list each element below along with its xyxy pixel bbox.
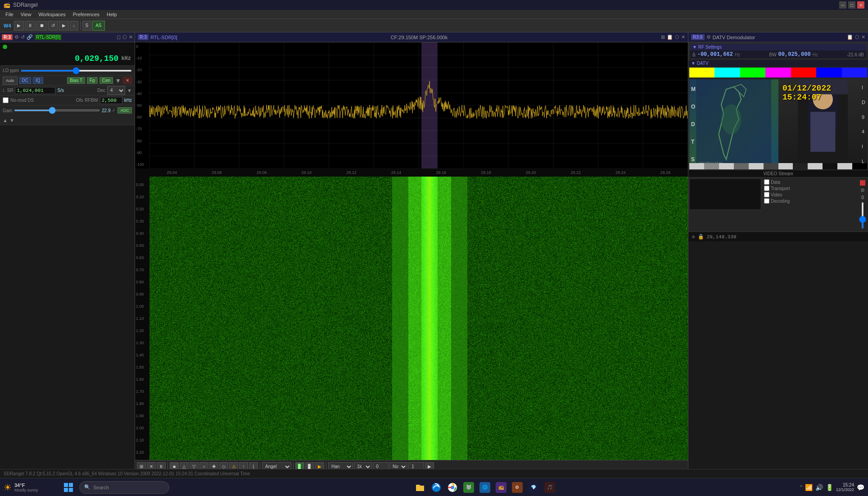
auto-button[interactable]: Auto xyxy=(3,77,18,85)
decoding-checkbox[interactable] xyxy=(764,198,769,204)
as-button[interactable]: AS xyxy=(92,21,104,31)
rp-icon2[interactable]: ⬡ xyxy=(855,34,859,40)
taskbar-app1[interactable]: 🐺 xyxy=(461,480,476,495)
video-checkbox[interactable] xyxy=(764,192,769,197)
refresh-icon[interactable]: ↺ xyxy=(21,34,25,40)
dec-label: Dec xyxy=(97,88,105,93)
statusbar-text: SDRangel 7.8.2 Qt:5.15.2 OpenGL 4.6 x86_… xyxy=(4,471,250,476)
spectrum-display: 0 -10 -20 -30 -40 -50 -60 -70 -80 -90 -1… xyxy=(135,42,688,168)
dec-arrow[interactable]: ▼ xyxy=(127,88,132,93)
taskbar-chrome[interactable] xyxy=(445,480,460,495)
datv-section-title[interactable]: ▼ DATV xyxy=(688,60,868,67)
menu-preferences[interactable]: Preferences xyxy=(69,11,103,18)
svg-rect-8 xyxy=(64,483,68,487)
up-arrow-tray[interactable]: ^ xyxy=(800,485,802,490)
fp-button[interactable]: Fp xyxy=(87,77,98,84)
expand-icon[interactable]: ◻ xyxy=(117,34,121,40)
notification-icon[interactable]: 💬 xyxy=(857,484,864,491)
close-icon[interactable]: ✕ xyxy=(129,34,133,40)
app6-icon: 🎵 xyxy=(544,482,555,493)
spectrum-y-axis: 0 -10 -20 -30 -40 -50 -60 -70 -80 -90 -1… xyxy=(135,42,149,168)
rp-icon3[interactable]: ✕ xyxy=(861,34,865,40)
nomod-checkbox[interactable] xyxy=(3,97,9,103)
rf-section-title[interactable]: ▼ RF Settings xyxy=(690,44,867,50)
pause-button[interactable]: ⏸ xyxy=(25,21,36,31)
sr-unit: S/s xyxy=(57,88,63,93)
status-led xyxy=(3,45,7,49)
taskbar-edge[interactable] xyxy=(429,480,443,495)
volume-icon[interactable]: 🔊 xyxy=(815,484,823,491)
dc-button[interactable]: DC xyxy=(19,77,31,84)
iq-button[interactable]: IQ xyxy=(33,77,43,84)
taskbar-explorer[interactable] xyxy=(413,480,427,495)
settings-icon[interactable]: ⚙ xyxy=(14,34,19,40)
forward-button[interactable]: ▶ xyxy=(59,21,69,31)
taskbar-app3[interactable]: 📻 xyxy=(494,480,508,495)
taskbar-app6[interactable]: 🎵 xyxy=(542,480,557,495)
menu-view[interactable]: View xyxy=(17,11,35,18)
red-indicator xyxy=(860,180,865,186)
spectrum-device: RTL-SDR[0] xyxy=(150,35,177,40)
data-checkbox[interactable] xyxy=(764,179,769,185)
minimize-button[interactable]: ─ xyxy=(839,1,846,9)
down-arrow[interactable]: ▼ xyxy=(9,118,14,123)
app2-icon: 🌐 xyxy=(479,482,490,493)
spectrum-canvas[interactable] xyxy=(135,42,688,168)
auto-dc-iq-row: Auto DC IQ Bias T Fp Cen ▼ ✕ xyxy=(0,76,135,86)
stream-settings-icon[interactable]: ⚙ xyxy=(860,187,865,193)
nomod-row: No-mod DS Ofs RFBW kHz xyxy=(0,96,135,105)
menu-workspaces[interactable]: Workspaces xyxy=(35,11,69,18)
rfbw-input[interactable] xyxy=(100,97,122,104)
restart-button[interactable]: ↺ xyxy=(48,21,58,31)
target-icon[interactable]: ⊙ xyxy=(692,234,695,240)
spectrum-icon3[interactable]: ⬡ xyxy=(675,34,679,40)
led-row xyxy=(0,42,135,51)
lo-ppm-slider[interactable] xyxy=(21,70,132,72)
popout-icon[interactable]: ⬡ xyxy=(122,34,127,40)
svg-rect-6 xyxy=(810,112,835,152)
play-button[interactable]: ▶ xyxy=(14,21,24,31)
taskbar-app5[interactable]: 💎 xyxy=(526,480,541,495)
close-btn-dc[interactable]: ✕ xyxy=(123,77,132,84)
stream-slider[interactable] xyxy=(862,202,863,229)
more-btn[interactable]: ▼ xyxy=(115,77,121,84)
spectrum-icon1[interactable]: ⊞ xyxy=(661,34,665,40)
transport-checkbox[interactable] xyxy=(764,186,769,191)
taskbar-app2[interactable]: 🌐 xyxy=(478,480,492,495)
dec-select[interactable]: 4 2 1 8 xyxy=(107,86,125,95)
down-button[interactable]: ↓ xyxy=(70,21,78,31)
search-icon: 🔍 xyxy=(84,484,90,490)
spectrum-icon2[interactable]: 📋 xyxy=(667,34,673,40)
lock-icon[interactable]: 🔒 xyxy=(698,234,704,240)
up-arrow[interactable]: ▲ xyxy=(3,118,8,123)
start-button[interactable] xyxy=(59,480,77,495)
taskbar-app4[interactable]: ⚙ xyxy=(510,480,524,495)
chrome-icon xyxy=(447,482,458,493)
menu-help[interactable]: Help xyxy=(103,11,121,18)
right-panel-header: R3:0 ⚙ DATV Demodulator 📋 ⬡ ✕ xyxy=(688,32,868,42)
link-icon[interactable]: 🔗 xyxy=(27,34,33,40)
close-button[interactable]: ✕ xyxy=(857,1,864,9)
spectrum-badge: R:3 xyxy=(138,34,149,40)
agc-button[interactable]: AGC xyxy=(118,107,132,114)
s-button[interactable]: S xyxy=(82,21,92,31)
app-icon: 📻 xyxy=(4,2,10,8)
stream-preview xyxy=(689,178,761,210)
data-label: Data xyxy=(771,180,780,185)
waterfall-canvas[interactable] xyxy=(135,177,688,460)
sr-row: L SR S/s Dec 4 2 1 8 ▼ xyxy=(0,86,135,96)
spectrum-icon4[interactable]: ✕ xyxy=(681,34,685,40)
search-bar[interactable]: 🔍 Search xyxy=(79,481,169,494)
menu-file[interactable]: File xyxy=(2,11,17,18)
gain-slider[interactable] xyxy=(14,109,100,111)
maximize-button[interactable]: □ xyxy=(848,1,855,9)
left-panel-header: R:3 ⚙ ↺ 🔗 RTL-SDR[0] ◻ ⬡ ✕ xyxy=(0,32,135,42)
weather-desc: Mostly sunny xyxy=(14,488,38,492)
cen-button[interactable]: Cen xyxy=(99,77,113,84)
bias-t-button[interactable]: Bias T xyxy=(67,77,85,84)
gain-value: 22.9 xyxy=(102,108,110,113)
rp-icon1[interactable]: 📋 xyxy=(847,34,853,40)
sr-input[interactable] xyxy=(15,87,55,94)
rp-settings-icon[interactable]: ⚙ xyxy=(706,34,711,40)
stop-button[interactable]: ⏹ xyxy=(36,21,47,31)
